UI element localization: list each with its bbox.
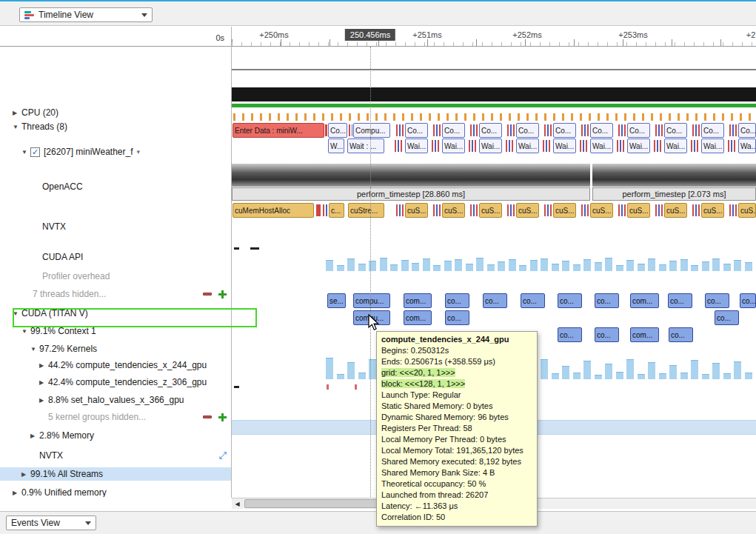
openacc-row-1-block[interactable] bbox=[729, 124, 737, 136]
cuda-api-track-block[interactable]: cuS... bbox=[516, 203, 539, 218]
cuda-device-track-bar[interactable] bbox=[401, 260, 409, 271]
halo-hist-track-bar[interactable] bbox=[583, 361, 591, 379]
compute-z-track-block[interactable]: co... bbox=[558, 327, 582, 342]
cuda-api-track-block[interactable]: cuS... bbox=[590, 203, 613, 218]
memory-track-block[interactable] bbox=[234, 386, 239, 388]
halo-hist-track-bar[interactable] bbox=[680, 373, 688, 379]
compute-x-track-block[interactable]: co... bbox=[715, 310, 739, 325]
tree-expand-arrow-icon[interactable]: ▶ bbox=[39, 379, 48, 386]
openacc-row-2-block[interactable] bbox=[395, 140, 404, 152]
cuda-device-track-bar[interactable] bbox=[390, 264, 398, 271]
openacc-row-2-block[interactable]: Wai... bbox=[479, 138, 502, 153]
cuda-api-track-block[interactable]: cuS... bbox=[738, 203, 756, 218]
halo-hist-track-bar[interactable] bbox=[745, 373, 752, 379]
cuda-device-track-bar[interactable] bbox=[444, 261, 452, 271]
scroll-left-arrow-icon[interactable]: ◀ bbox=[232, 498, 243, 509]
kernels-track-block[interactable]: compu... bbox=[353, 293, 390, 308]
cuda-device-track-bar[interactable] bbox=[638, 264, 645, 271]
events-view-selector[interactable]: Events View bbox=[6, 515, 96, 530]
openacc-row-2-block[interactable]: Wai... bbox=[516, 138, 539, 153]
openacc-row-1-block[interactable]: Co... bbox=[701, 123, 724, 138]
thread-menu-arrow-icon[interactable]: ▾ bbox=[137, 148, 141, 156]
sidebar-row-13[interactable]: ▶8.8% set_halo_values_x_366_gpu bbox=[0, 393, 231, 407]
cuda-api-track-block[interactable]: cuS... bbox=[405, 203, 428, 218]
cuda-device-track-bar[interactable] bbox=[466, 264, 473, 271]
cuda-device-track-bar[interactable] bbox=[347, 258, 355, 271]
openacc-row-1-block[interactable] bbox=[349, 124, 352, 136]
openacc-row-2-block[interactable]: Wa... bbox=[738, 138, 756, 153]
halo-hist-track-bar[interactable] bbox=[734, 361, 741, 379]
cuda-api-track-block[interactable] bbox=[729, 204, 737, 216]
halo-hist-track-bar[interactable] bbox=[691, 360, 698, 379]
openacc-row-1-block[interactable] bbox=[507, 124, 515, 136]
cuda-device-track-bar[interactable] bbox=[487, 264, 495, 271]
halo-hist-track-bar[interactable] bbox=[648, 362, 655, 379]
openacc-row-1-block[interactable]: Co... bbox=[479, 123, 502, 138]
cuda-device-track-bar[interactable] bbox=[380, 258, 387, 271]
openacc-row-1-block[interactable]: Co... bbox=[553, 123, 576, 138]
compute-x-track-block[interactable]: co... bbox=[445, 310, 469, 325]
cuda-device-track-bar[interactable] bbox=[519, 265, 526, 271]
kernels-track-block[interactable]: co... bbox=[740, 293, 756, 308]
cuda-device-track-bar[interactable] bbox=[669, 261, 677, 271]
halo-hist-track-bar[interactable] bbox=[573, 373, 581, 379]
sidebar-row-1[interactable]: ▼Threads (8) bbox=[0, 120, 231, 133]
cuda-api-track-block[interactable]: cuS... bbox=[627, 203, 650, 218]
halo-hist-track-bar[interactable] bbox=[616, 372, 623, 379]
kernels-track-block[interactable]: se... bbox=[327, 293, 346, 308]
tree-expand-arrow-icon[interactable]: ▶ bbox=[30, 433, 39, 439]
cuda-device-track-bar[interactable] bbox=[541, 258, 548, 271]
cuda-device-track-bar[interactable] bbox=[358, 264, 366, 271]
halo-hist-track-bar[interactable] bbox=[638, 374, 645, 379]
sidebar-row-7[interactable]: 7 threads hidden... bbox=[0, 287, 231, 301]
tree-expand-arrow-icon[interactable]: ▶ bbox=[39, 362, 48, 369]
cuda-api-track-block[interactable]: c... bbox=[329, 203, 344, 218]
cuda-api-track-block[interactable] bbox=[433, 204, 441, 216]
cuda-api-track-block[interactable]: cuS... bbox=[442, 203, 465, 218]
sidebar-row-2[interactable]: ▼✓[26207] miniWeather_f▾ bbox=[0, 145, 231, 158]
openacc-row-2-block[interactable] bbox=[580, 140, 589, 152]
openacc-row-1-block[interactable]: Compu... bbox=[353, 123, 390, 138]
cuda-device-track-bar[interactable] bbox=[626, 260, 634, 271]
openacc-row-1-block[interactable]: Co... bbox=[738, 123, 756, 138]
openacc-row-2-block[interactable]: Wai... bbox=[590, 138, 613, 153]
memory-track-block[interactable] bbox=[327, 384, 329, 390]
cuda-api-track-block[interactable]: cuS... bbox=[553, 203, 576, 218]
kernels-track-block[interactable]: co... bbox=[595, 293, 619, 308]
cuda-device-track-bar[interactable] bbox=[326, 260, 333, 271]
kernels-track-block[interactable]: co... bbox=[521, 293, 545, 308]
sidebar-row-17[interactable]: ▶99.1% All Streams bbox=[0, 467, 231, 481]
openacc-row-2-block[interactable]: Wai... bbox=[701, 138, 724, 153]
openacc-row-1-block[interactable]: Co... bbox=[442, 123, 465, 138]
tree-expand-arrow-icon[interactable]: ▶ bbox=[13, 490, 21, 496]
openacc-row-1-block[interactable] bbox=[544, 124, 552, 136]
cuda-api-track-block[interactable] bbox=[507, 204, 515, 216]
timeline-ruler[interactable]: 250.456ms +250ms+251ms+252ms+253ms+2 bbox=[232, 27, 756, 47]
cuda-device-track-bar[interactable] bbox=[702, 261, 709, 271]
cuda-device-track-bar[interactable] bbox=[712, 258, 720, 271]
cuda-device-track-bar[interactable] bbox=[498, 261, 505, 271]
cuda-device-track-bar[interactable] bbox=[552, 264, 559, 271]
sidebar-row-16[interactable]: NVTX⤢ bbox=[0, 449, 231, 462]
halo-hist-track-bar[interactable] bbox=[712, 363, 720, 379]
sidebar-row-12[interactable]: ▶42.4% compute_tendencies_z_306_gpu bbox=[0, 376, 231, 389]
cuda-api-track-block[interactable]: cuStre... bbox=[348, 203, 384, 218]
cuda-api-track-block[interactable] bbox=[692, 204, 700, 216]
openacc-row-2-block[interactable] bbox=[617, 140, 626, 152]
tree-expand-arrow-icon[interactable]: ▶ bbox=[13, 110, 21, 116]
halo-hist-track-bar[interactable] bbox=[595, 375, 602, 379]
kernels-track-block[interactable]: com... bbox=[630, 293, 659, 308]
halo-hist-track-bar[interactable] bbox=[337, 374, 344, 379]
halo-hist-track-bar[interactable] bbox=[605, 364, 612, 379]
openacc-row-1-block[interactable] bbox=[655, 124, 663, 136]
cuda-api-track-block[interactable] bbox=[316, 204, 321, 216]
hidden-threads-track-block[interactable] bbox=[234, 247, 239, 250]
openacc-row-2-block[interactable]: Wait : ... bbox=[347, 138, 384, 153]
cuda-device-track-bar[interactable] bbox=[745, 262, 752, 271]
add-icon[interactable] bbox=[218, 290, 227, 298]
cuda-device-track-bar[interactable] bbox=[423, 258, 430, 271]
sidebar-row-18[interactable]: ▶0.9% Unified memory bbox=[0, 486, 231, 497]
cuda-api-track-block[interactable] bbox=[470, 204, 478, 216]
nvtx-range-track-block[interactable]: perform_timestep [28.860 ms] bbox=[232, 187, 590, 201]
compute-z-track-block[interactable]: co... bbox=[595, 327, 619, 342]
